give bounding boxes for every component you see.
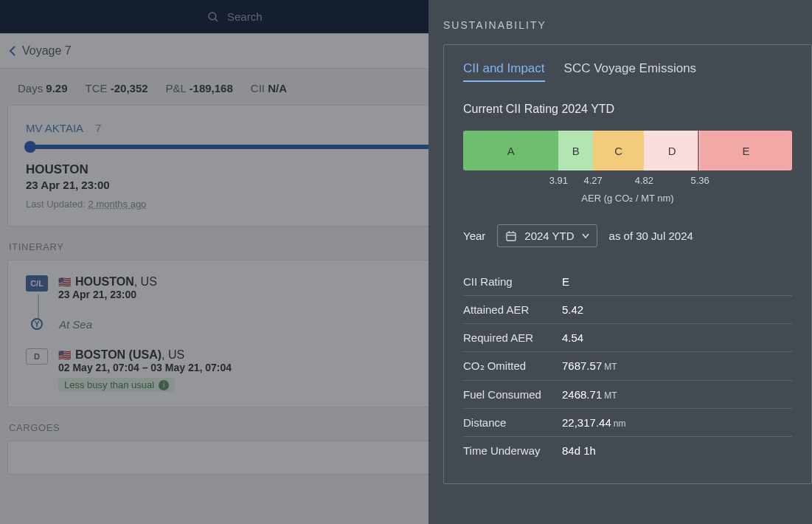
panel-tabs: CII and Impact SCC Voyage Emissions <box>463 61 792 82</box>
year-value: 2024 YTD <box>524 230 574 242</box>
row-co2-omitted: CO₂ Omitted7687.57MT <box>463 352 792 381</box>
rating-indicator-line <box>698 131 699 170</box>
row-fuel-consumed: Fuel Consumed2468.71MT <box>463 381 792 409</box>
chevron-down-icon <box>582 233 589 239</box>
as-of-label: as of 30 Jul 2024 <box>609 230 693 242</box>
row-cii-rating: CII RatingE <box>463 268 792 296</box>
row-required-aer: Required AER4.54 <box>463 324 792 352</box>
row-time-underway: Time Underway84d 1h <box>463 437 792 464</box>
rating-seg-c: C <box>593 131 644 170</box>
rating-ticks: 3.91 4.27 4.82 5.36 <box>463 175 792 188</box>
cii-rating-bar: A B C D E <box>463 131 792 170</box>
rating-seg-d: D <box>644 131 700 170</box>
row-distance: Distance22,317.44nm <box>463 409 792 437</box>
tab-cii-impact[interactable]: CII and Impact <box>463 61 545 82</box>
axis-label: AER (g CO₂ / MT nm) <box>463 193 792 204</box>
tick-4: 5.36 <box>690 175 709 186</box>
calendar-icon <box>505 230 517 242</box>
panel-header: SUSTAINABILITY <box>443 19 812 31</box>
tick-3: 4.82 <box>635 175 653 186</box>
tick-2: 4.27 <box>584 175 603 186</box>
year-row: Year 2024 YTD as of 30 Jul 2024 <box>463 224 792 247</box>
sustainability-panel: SUSTAINABILITY CII and Impact SCC Voyage… <box>428 0 812 524</box>
panel-body: CII and Impact SCC Voyage Emissions Curr… <box>443 44 812 484</box>
rating-subtitle: Current CII Rating 2024 YTD <box>463 103 792 116</box>
svg-rect-2 <box>507 232 516 241</box>
rating-seg-a: A <box>463 131 558 170</box>
year-label: Year <box>463 230 485 242</box>
rating-seg-e: E <box>700 131 792 170</box>
rating-seg-b: B <box>558 131 593 170</box>
year-select[interactable]: 2024 YTD <box>497 224 597 247</box>
row-attained-aer: Attained AER5.42 <box>463 296 792 324</box>
tab-scc-emissions[interactable]: SCC Voyage Emissions <box>564 61 697 82</box>
tick-1: 3.91 <box>549 175 568 186</box>
